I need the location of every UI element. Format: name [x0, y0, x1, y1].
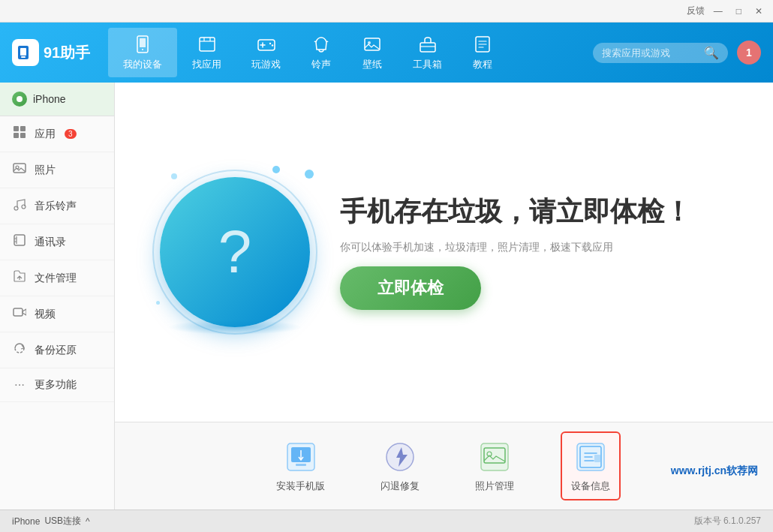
title-bar-actions: 反馈 — □ ✕	[687, 5, 767, 18]
hero-subtitle: 你可以体验手机加速，垃圾清理，照片清理，极速下载应用	[340, 241, 743, 254]
nav-my-device-label: 我的设备	[123, 58, 162, 71]
svg-point-21	[22, 205, 26, 209]
svg-rect-12	[420, 43, 435, 52]
svg-rect-18	[14, 164, 26, 173]
games-icon	[256, 34, 277, 55]
more-icon: ···	[12, 377, 27, 392]
sidebar-item-photos[interactable]: 照片	[0, 152, 114, 188]
svg-point-8	[269, 43, 271, 44]
deco-dot-1	[171, 173, 177, 179]
sidebar-item-video[interactable]: 视频	[0, 296, 114, 332]
logo-text: 91助手	[44, 43, 90, 63]
svg-rect-1	[20, 48, 26, 56]
nav-tutorial[interactable]: 教程	[457, 28, 508, 77]
nav-toolbox[interactable]: 工具箱	[398, 28, 457, 77]
search-input[interactable]	[602, 47, 699, 59]
feedback-link[interactable]: 反馈	[687, 5, 705, 17]
deco-dot-2	[156, 301, 160, 305]
flash-repair-label: 闪退修复	[380, 479, 420, 493]
circle-shadow	[167, 320, 302, 335]
main-layout: iPhone 应用 3	[0, 83, 773, 509]
svg-rect-17	[20, 133, 26, 138]
minimize-button[interactable]: —	[709, 5, 727, 18]
search-area[interactable]: 🔍	[593, 43, 728, 63]
svg-rect-2	[21, 56, 26, 58]
sidebar-item-files[interactable]: 文件管理	[0, 260, 114, 296]
svg-rect-4	[140, 38, 146, 47]
nav-ringtone[interactable]: 铃声	[296, 28, 347, 77]
video-label: 视频	[35, 308, 56, 321]
question-mark: ?	[218, 222, 252, 282]
user-avatar[interactable]: 1	[737, 41, 761, 65]
tutorial-icon	[472, 34, 493, 55]
circle-bg: ?	[160, 177, 310, 327]
search-icon[interactable]: 🔍	[704, 46, 719, 60]
svg-point-11	[368, 41, 371, 44]
photo-manage-label: 照片管理	[475, 479, 514, 493]
status-chevron[interactable]: ^	[86, 516, 90, 527]
device-info-label: 设备信息	[571, 479, 610, 493]
nav-games-label: 玩游戏	[251, 58, 281, 71]
video-icon	[12, 305, 27, 323]
version-label: 版本号 6.1.0.257	[694, 515, 761, 526]
tool-device-info[interactable]: 设备信息	[561, 431, 621, 500]
install-mobile-label: 安装手机版	[276, 479, 325, 493]
tool-flash-repair[interactable]: 闪退修复	[371, 433, 429, 499]
status-connection: USB连接	[44, 515, 81, 527]
tool-install-mobile[interactable]: 安装手机版	[267, 433, 334, 499]
sidebar: iPhone 应用 3	[0, 83, 115, 509]
svg-rect-15	[20, 126, 26, 131]
nav-games[interactable]: 玩游戏	[236, 28, 296, 77]
status-right: 版本号 6.1.0.257	[694, 515, 761, 527]
device-info-icon	[573, 439, 609, 475]
photos-label: 照片	[35, 164, 56, 177]
files-icon	[12, 269, 27, 287]
nav-find-apps-label: 找应用	[192, 58, 221, 71]
sidebar-device[interactable]: iPhone	[0, 83, 114, 116]
sidebar-item-contacts[interactable]: 通讯录	[0, 224, 114, 260]
svg-rect-6	[200, 38, 215, 51]
header: 91助手 我的设备 找应用	[0, 23, 773, 83]
wallpaper-icon	[362, 34, 383, 55]
check-button[interactable]: 立即体检	[340, 266, 481, 310]
nav-my-device[interactable]: 我的设备	[108, 28, 177, 77]
more-label: 更多功能	[35, 378, 77, 392]
nav-toolbox-label: 工具箱	[413, 58, 442, 71]
photos-icon	[12, 161, 27, 179]
close-button[interactable]: ✕	[750, 5, 767, 18]
nav-ringtone-label: 铃声	[311, 58, 331, 71]
tool-photo-manage[interactable]: 照片管理	[466, 433, 523, 499]
music-label: 音乐铃声	[35, 200, 77, 213]
contacts-label: 通讯录	[35, 236, 66, 249]
apps-label: 应用	[35, 128, 56, 141]
svg-rect-10	[365, 38, 380, 50]
svg-point-9	[272, 44, 273, 46]
content-area: ? 手机存在垃圾，请立即体检！ 你可以体验手机加速，垃圾清理，照片清理，极速下载…	[115, 83, 773, 509]
install-mobile-icon	[283, 439, 319, 475]
sidebar-item-backup[interactable]: 备份还原	[0, 332, 114, 368]
hero-text: 手机存在垃圾，请立即体检！ 你可以体验手机加速，垃圾清理，照片清理，极速下载应用…	[340, 194, 743, 311]
nav-wallpaper[interactable]: 壁纸	[347, 28, 398, 77]
hero-title: 手机存在垃圾，请立即体检！	[340, 194, 743, 230]
device-name: iPhone	[33, 93, 66, 105]
music-icon	[12, 197, 27, 215]
sidebar-menu: 应用 3 照片	[0, 116, 114, 509]
logo[interactable]: 91助手	[12, 39, 90, 66]
device-status-dot	[12, 92, 27, 107]
sidebar-item-more[interactable]: ··· 更多功能	[0, 368, 114, 402]
maximize-button[interactable]: □	[732, 5, 746, 18]
contacts-icon	[12, 233, 27, 251]
status-bar: iPhone USB连接 ^ 版本号 6.1.0.257	[0, 509, 773, 532]
apps-icon	[12, 125, 27, 143]
nav-find-apps[interactable]: 找应用	[177, 28, 236, 77]
flash-repair-icon	[382, 439, 418, 475]
svg-rect-14	[14, 126, 19, 131]
apps-badge: 3	[65, 129, 77, 139]
sidebar-item-music[interactable]: 音乐铃声	[0, 188, 114, 224]
status-device: iPhone	[12, 516, 40, 527]
hero-section: ? 手机存在垃圾，请立即体检！ 你可以体验手机加速，垃圾清理，照片清理，极速下载…	[115, 83, 773, 422]
svg-rect-16	[14, 133, 19, 138]
backup-icon	[12, 341, 27, 359]
status-left: iPhone USB连接 ^	[12, 515, 90, 527]
sidebar-item-apps[interactable]: 应用 3	[0, 116, 114, 152]
